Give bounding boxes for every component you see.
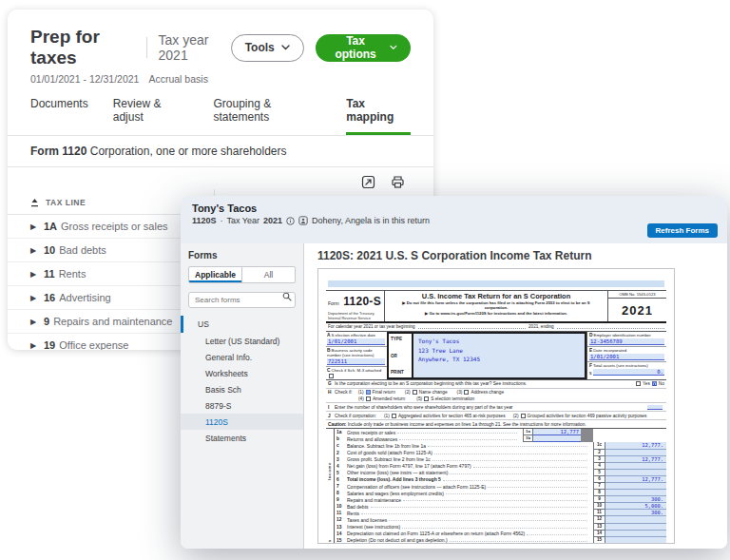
line-amount-field[interactable]: 12,777	[533, 429, 581, 435]
forms-list-item[interactable]: Letter (US Standard)	[188, 333, 296, 349]
form-line-row[interactable]: 7 Compensation of officers (see instruct…	[335, 483, 666, 490]
forms-list-item[interactable]: Statements	[188, 430, 296, 446]
g-yes-checkbox[interactable]	[636, 381, 641, 386]
form-line-row[interactable]: 11 Rents 11 300. 11 300.	[335, 510, 666, 516]
forms-list-item[interactable]: Basis Sch	[188, 381, 296, 397]
line-amount-field[interactable]	[605, 463, 666, 470]
shareholder-count-field[interactable]	[647, 405, 663, 410]
total-assets-field[interactable]: 0.	[593, 369, 664, 376]
box-b[interactable]: BBusiness activity code number (see inst…	[326, 347, 387, 367]
line-amount-field[interactable]	[605, 537, 666, 544]
line-amount-field[interactable]	[605, 450, 666, 456]
forms-list-item[interactable]: 8879-S	[188, 397, 296, 414]
field-highlight-strip[interactable]	[328, 280, 664, 287]
form-line-row[interactable]: 14 Depreciation not claimed on Form 1125…	[335, 531, 666, 537]
box-f[interactable]: FTotal assets (see instructions) $ 0.	[587, 362, 666, 377]
sort-icon[interactable]	[30, 198, 39, 207]
line-h2[interactable]: (4)Amended return (5)S election terminat…	[326, 395, 666, 403]
sidebar-tab[interactable]: Applicable	[189, 267, 241, 282]
line-g[interactable]: G Is the corporation electing to be an S…	[326, 380, 666, 389]
form-line-row[interactable]: 9 Repairs and maintenance 9 300. 9 300.	[335, 496, 666, 503]
info-icon[interactable]	[286, 217, 295, 225]
box-d[interactable]: DEmployer identification number 12-34567…	[587, 332, 666, 347]
prep-tab[interactable]: Review & adjust	[113, 97, 189, 135]
line-amount-field[interactable]	[605, 470, 666, 476]
form-line-row[interactable]: 8 Salaries and wages (less employment cr…	[335, 490, 666, 496]
expand-arrow-icon[interactable]: ▶	[30, 222, 44, 231]
prep-tab[interactable]: Tax mapping	[346, 97, 411, 135]
s-election-date-field[interactable]: 1/01/2001	[327, 338, 385, 345]
person-icon[interactable]	[298, 216, 308, 225]
form-line-row[interactable]: 4 Net gain (loss) from Form 4797, line 1…	[335, 463, 666, 470]
form-line-row[interactable]: 15 Depletion (Do not deduct oil and gas …	[335, 537, 666, 544]
line-amount-field[interactable]	[605, 516, 666, 523]
name-change-checkbox[interactable]	[413, 390, 417, 395]
client-name: Tony's Tacos	[192, 203, 716, 214]
date-incorporated-field[interactable]: 1/01/2001	[589, 354, 664, 360]
line-amount-field[interactable]: 12,777.	[605, 476, 666, 483]
prep-tab[interactable]: Documents	[30, 97, 88, 135]
search-input[interactable]	[188, 292, 296, 308]
line-amount-field[interactable]: 12,777.	[605, 456, 666, 463]
line-amount-field[interactable]	[605, 524, 666, 531]
business-code-field[interactable]: 722511	[327, 358, 385, 365]
forms-list-item[interactable]: Worksheets	[188, 365, 296, 381]
line-i[interactable]: I Enter the number of shareholders who w…	[326, 403, 666, 412]
form-line-row[interactable]: 2 Cost of goods sold (attach Form 1125-A…	[335, 450, 666, 456]
form-line-row[interactable]: c Balance. Subtract line 1b from line 1a…	[335, 442, 666, 449]
form-line-row[interactable]: 12 Taxes and licenses 12 12	[335, 516, 666, 523]
name-address-box[interactable]: TYPEORPRINT Tony's Tacos 123 Tree Lane A…	[387, 332, 586, 378]
final-return-checkbox[interactable]	[366, 390, 371, 395]
line-amount-field[interactable]: 300.	[605, 496, 666, 503]
name-address-fields[interactable]: Tony's Tacos 123 Tree Lane Anywhere, TX …	[413, 334, 585, 377]
form-line-row[interactable]: 10 Bad debts 10 5,000. 10 5,000.	[335, 503, 666, 510]
amended-return-checkbox[interactable]	[366, 396, 371, 401]
column-header-taxline[interactable]: TAX LINE	[46, 198, 86, 207]
s-election-termination-checkbox[interactable]	[424, 396, 429, 401]
line-amount-field[interactable]	[533, 435, 581, 442]
refresh-forms-button[interactable]: Refresh Forms	[647, 223, 718, 238]
forms-list-item[interactable]: General Info.	[188, 349, 296, 365]
line-amount-field[interactable]	[605, 490, 666, 496]
box-c[interactable]: CCheck if Sch. M-3 attached	[326, 367, 387, 378]
aggregated-activities-checkbox[interactable]	[392, 414, 396, 418]
line-j[interactable]: J Check if corporation: (1)Aggregated ac…	[326, 412, 666, 420]
line-amount-field[interactable]: 300.	[605, 510, 666, 516]
form-line-row[interactable]: 3 Gross profit. Subtract line 2 from lin…	[335, 456, 666, 463]
box-a[interactable]: AS election effective date 1/01/2001	[326, 332, 387, 347]
line-amount-field[interactable]: 12,777.	[605, 442, 666, 449]
expand-arrow-icon[interactable]: ▶	[30, 318, 44, 326]
prep-tab[interactable]: Grouping & statements	[213, 97, 321, 135]
line-amount-field[interactable]	[605, 531, 666, 537]
form-line-row[interactable]: 6 Total income (loss). Add lines 3 throu…	[335, 476, 666, 483]
g-no-checkbox[interactable]: X	[652, 381, 657, 386]
tools-button[interactable]: Tools	[231, 34, 304, 62]
address-change-checkbox[interactable]	[464, 390, 469, 395]
print-icon[interactable]	[391, 175, 405, 189]
expand-arrow-icon[interactable]: ▶	[30, 294, 44, 302]
sidebar-tab[interactable]: All	[241, 267, 295, 282]
line-amount-field[interactable]	[605, 483, 666, 490]
forms-list-item[interactable]: 1120S	[181, 414, 303, 430]
city-state-zip-field[interactable]: Anywhere, TX 12345	[418, 355, 580, 363]
forms-list: US Letter (US Standard) General Info. Wo…	[188, 316, 296, 446]
expand-arrow-icon[interactable]: ▶	[30, 246, 44, 255]
form-line-row[interactable]: 13 Interest (see instructions) 13 13	[335, 524, 666, 531]
export-icon[interactable]	[361, 175, 375, 189]
street-field[interactable]: 123 Tree Lane	[418, 346, 580, 355]
expand-arrow-icon[interactable]: ▶	[30, 270, 44, 279]
corp-name-field[interactable]: Tony's Tacos	[418, 337, 580, 345]
search-icon[interactable]	[282, 292, 292, 301]
forms-group-us[interactable]: US	[181, 316, 296, 333]
form-line-row[interactable]: 1a Gross receipts or sales 1a 12,777 1a …	[335, 429, 666, 435]
form-line-row[interactable]: 5 Other income (loss) (see instrs — att …	[335, 470, 666, 476]
tax-options-button[interactable]: Tax options	[316, 34, 411, 62]
line-number: c	[335, 443, 347, 448]
grouped-activities-checkbox[interactable]	[521, 414, 526, 418]
form-line-row[interactable]: b Returns and allowances 1b 1b	[335, 435, 666, 442]
line-amount-field[interactable]: 5,000.	[605, 503, 666, 510]
ein-field[interactable]: 12-3456789	[589, 338, 664, 345]
expand-arrow-icon[interactable]: ▶	[30, 341, 44, 350]
box-e[interactable]: EDate incorporated 1/01/2001	[587, 347, 666, 362]
m3-checkbox[interactable]	[329, 374, 334, 378]
